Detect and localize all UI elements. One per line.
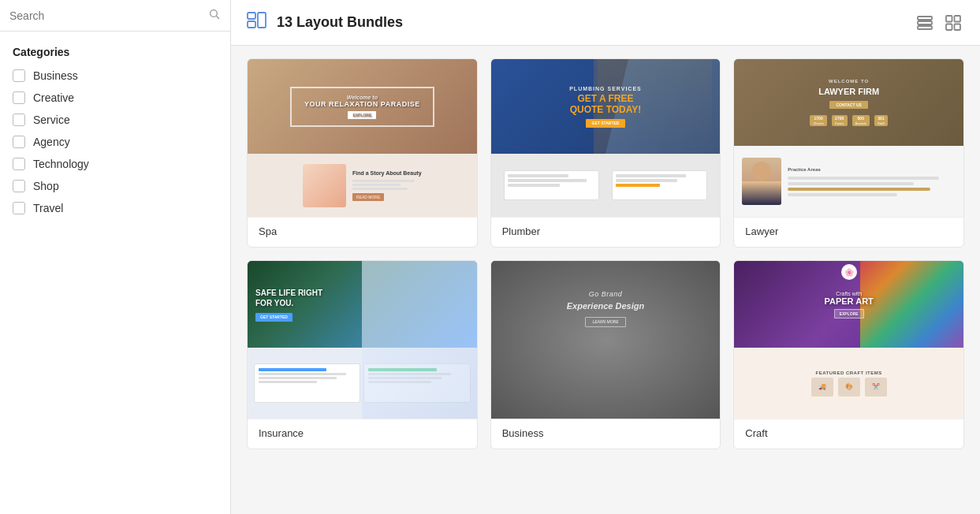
craft-icons-row: 🚚 🎨 ✂️ — [811, 378, 887, 397]
template-label-spa: Spa — [248, 217, 477, 247]
plumber-bottom — [491, 154, 721, 217]
svg-line-1 — [216, 16, 219, 19]
plumber-mini-1 — [504, 170, 599, 200]
list-view-button[interactable] — [914, 13, 936, 33]
svg-rect-11 — [955, 24, 961, 30]
svg-rect-5 — [918, 17, 932, 20]
spa-bottom-inner: Find a Story About Beauty READ MORE — [295, 164, 430, 207]
template-label-insurance: Insurance — [248, 419, 477, 449]
lawyer-info: Practice Areas — [788, 167, 956, 196]
template-card-plumber[interactable]: PLUMBING SERVICES GET A FREEQUOTE TODAY!… — [490, 58, 721, 248]
plumber-top: PLUMBING SERVICES GET A FREEQUOTE TODAY!… — [491, 59, 721, 154]
header-right — [914, 12, 964, 34]
svg-point-0 — [211, 10, 218, 17]
category-travel[interactable]: Travel — [13, 202, 218, 214]
template-label-lawyer: Lawyer — [734, 217, 963, 247]
checkbox-agency[interactable] — [13, 136, 25, 148]
category-label-travel: Travel — [33, 202, 63, 214]
search-input[interactable] — [9, 9, 202, 22]
template-preview-insurance: SAFE LIFE RIGHTFOR YOU. GET STARTED — [248, 261, 477, 419]
template-card-lawyer[interactable]: WELCOME TO LAWYER FIRM CONTACT US 1700Cl… — [733, 58, 964, 248]
category-service[interactable]: Service — [13, 114, 218, 126]
spa-preview: Welcome to YOUR RELAXATION PARADISE EXPL… — [248, 59, 477, 217]
craft-icon-1: 🚚 — [811, 378, 833, 397]
insurance-text: SAFE LIFE RIGHTFOR YOU. GET STARTED — [255, 288, 322, 322]
template-card-business[interactable]: Go Brand Experience Design LEARN MORE We… — [490, 260, 721, 449]
lawyer-line-2 — [788, 182, 913, 185]
craft-icon-2: 🎨 — [838, 378, 860, 397]
category-business[interactable]: Business — [13, 69, 218, 82]
stat-1: 1700Clients — [810, 115, 826, 126]
plumber-preview: PLUMBING SERVICES GET A FREEQUOTE TODAY!… — [491, 59, 721, 217]
craft-preview: Crafts with PAPER ART EXPLORE 🌸 FEATURED… — [734, 261, 963, 419]
lawyer-person-img — [742, 158, 781, 205]
plumber-text: PLUMBING SERVICES GET A FREEQUOTE TODAY!… — [569, 85, 642, 128]
template-preview-business: Go Brand Experience Design LEARN MORE We… — [491, 261, 721, 419]
grid-content: Welcome to YOUR RELAXATION PARADISE EXPL… — [231, 46, 980, 514]
svg-rect-6 — [918, 21, 932, 24]
stat-2: 2700Cases — [832, 115, 848, 126]
business-top: Go Brand Experience Design LEARN MORE — [491, 261, 721, 356]
svg-rect-7 — [918, 26, 932, 29]
svg-rect-10 — [946, 24, 952, 30]
category-label-service: Service — [33, 114, 70, 126]
spa-bottom-text: Find a Story About Beauty READ MORE — [352, 169, 422, 202]
checkbox-creative[interactable] — [13, 91, 25, 104]
lawyer-line-3 — [788, 188, 930, 191]
lawyer-top: WELCOME TO LAWYER FIRM CONTACT US 1700Cl… — [734, 59, 963, 146]
insurance-preview: SAFE LIFE RIGHTFOR YOU. GET STARTED — [248, 261, 477, 419]
lawyer-line-4 — [788, 193, 896, 196]
insurance-top: SAFE LIFE RIGHTFOR YOU. GET STARTED — [248, 261, 477, 348]
category-agency[interactable]: Agency — [13, 136, 218, 148]
stat-3: 500Awards — [852, 115, 870, 126]
spa-top: Welcome to YOUR RELAXATION PARADISE EXPL… — [248, 59, 477, 154]
template-card-craft[interactable]: Crafts with PAPER ART EXPLORE 🌸 FEATURED… — [733, 260, 964, 449]
categories-title: Categories — [13, 46, 218, 58]
templates-grid: Welcome to YOUR RELAXATION PARADISE EXPL… — [247, 58, 964, 449]
header-left: 13 Layout Bundles — [247, 12, 403, 34]
craft-bottom-title: FEATURED CRAFT ITEMS — [816, 371, 882, 375]
main-content: 13 Layout Bundles — [231, 0, 980, 514]
checkbox-service[interactable] — [13, 114, 25, 126]
business-preview: Go Brand Experience Design LEARN MORE We… — [491, 261, 721, 419]
business-text: Go Brand Experience Design LEARN MORE — [567, 289, 644, 328]
category-technology[interactable]: Technology — [13, 158, 218, 170]
template-card-insurance[interactable]: SAFE LIFE RIGHTFOR YOU. GET STARTED — [247, 260, 478, 449]
template-label-business: Business — [491, 419, 721, 449]
template-preview-lawyer: WELCOME TO LAWYER FIRM CONTACT US 1700Cl… — [734, 59, 963, 217]
svg-rect-2 — [248, 13, 255, 19]
craft-bottom: FEATURED CRAFT ITEMS 🚚 🎨 ✂️ — [734, 348, 963, 419]
spa-bottom: Find a Story About Beauty READ MORE — [248, 154, 477, 217]
grid-view-button[interactable] — [942, 12, 964, 34]
plumber-mini-2 — [612, 170, 707, 200]
insurance-mini-1 — [254, 363, 360, 403]
category-label-creative: Creative — [33, 91, 74, 104]
template-preview-plumber: PLUMBING SERVICES GET A FREEQUOTE TODAY!… — [491, 59, 721, 217]
header-title: 13 Layout Bundles — [277, 14, 403, 31]
lawyer-bottom: Practice Areas — [734, 146, 963, 217]
checkbox-shop[interactable] — [13, 180, 25, 192]
checkbox-technology[interactable] — [13, 158, 25, 170]
layout-bundles-icon — [247, 12, 267, 34]
categories-section: Categories Business Creative Service Age… — [0, 32, 230, 238]
category-shop[interactable]: Shop — [13, 180, 218, 192]
template-preview-craft: Crafts with PAPER ART EXPLORE 🌸 FEATURED… — [734, 261, 963, 419]
category-label-business: Business — [33, 69, 78, 82]
svg-rect-9 — [955, 16, 961, 22]
category-label-agency: Agency — [33, 136, 70, 148]
checkbox-travel[interactable] — [13, 202, 25, 214]
craft-icon-3: ✂️ — [865, 378, 887, 397]
template-preview-spa: Welcome to YOUR RELAXATION PARADISE EXPL… — [248, 59, 477, 217]
template-card-spa[interactable]: Welcome to YOUR RELAXATION PARADISE EXPL… — [247, 58, 478, 248]
main-header: 13 Layout Bundles — [231, 0, 980, 46]
lawyer-line-1 — [788, 177, 938, 180]
craft-overlay-text: Crafts with PAPER ART EXPLORE — [824, 291, 873, 318]
category-creative[interactable]: Creative — [13, 91, 218, 104]
checkbox-business[interactable] — [13, 69, 25, 82]
lawyer-stats: 1700Clients 2700Cases 500Awards 301Staff — [810, 115, 887, 126]
lawyer-preview: WELCOME TO LAWYER FIRM CONTACT US 1700Cl… — [734, 59, 963, 217]
spa-overlay-text: Welcome to YOUR RELAXATION PARADISE EXPL… — [290, 87, 434, 127]
search-icon — [208, 8, 221, 23]
category-label-technology: Technology — [33, 158, 89, 170]
template-label-craft: Craft — [734, 419, 963, 449]
